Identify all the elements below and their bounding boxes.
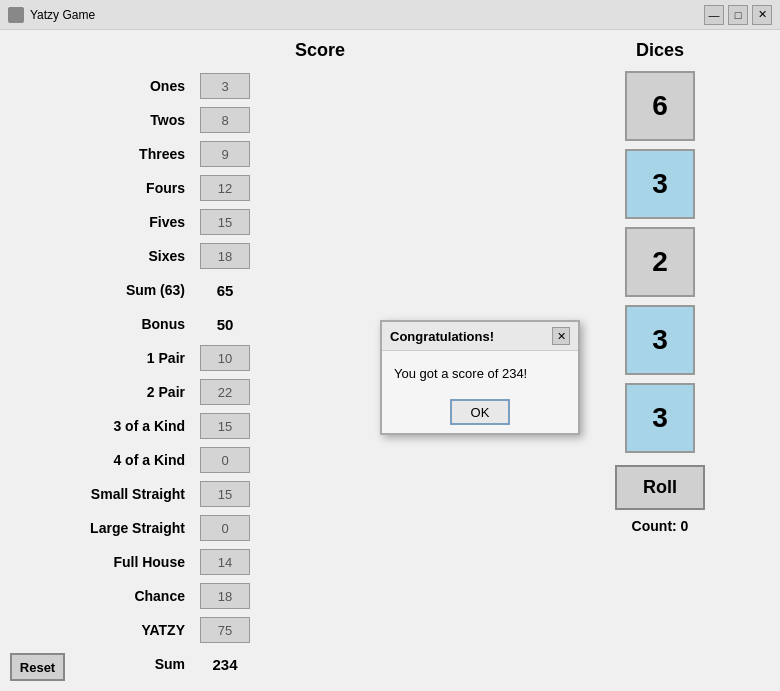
die-2[interactable]: 3 [625,149,695,219]
score-label: 1 Pair [20,350,200,366]
score-label: Bonus [20,316,200,332]
maximize-button[interactable]: □ [728,5,748,25]
score-row[interactable]: Threes9 [20,139,540,169]
score-value[interactable]: 18 [200,583,250,609]
count-display: Count: 0 [632,518,689,534]
score-label: Sixes [20,248,200,264]
die-3[interactable]: 2 [625,227,695,297]
roll-button[interactable]: Roll [615,465,705,510]
score-label: Full House [20,554,200,570]
score-label: Threes [20,146,200,162]
score-row[interactable]: Small Straight15 [20,479,540,509]
modal-close-button[interactable]: ✕ [552,327,570,345]
score-label: Twos [20,112,200,128]
score-value[interactable]: 75 [200,617,250,643]
score-row[interactable]: 4 of a Kind0 [20,445,540,475]
congratulations-modal: Congratulations! ✕ You got a score of 23… [380,320,580,435]
score-row: Sum (63)65 [20,275,540,305]
dice-section: Dices 63233 Roll Count: 0 [560,40,760,681]
score-value[interactable]: 10 [200,345,250,371]
score-value: 234 [200,656,250,673]
reset-button[interactable]: Reset [10,653,65,681]
die-1[interactable]: 6 [625,71,695,141]
score-label: 2 Pair [20,384,200,400]
minimize-button[interactable]: — [704,5,724,25]
app-icon [8,7,24,23]
window-title: Yatzy Game [30,8,95,22]
score-value[interactable]: 18 [200,243,250,269]
dice-header: Dices [636,40,684,61]
score-label: Small Straight [20,486,200,502]
score-label: 3 of a Kind [20,418,200,434]
score-row[interactable]: YATZY75 [20,615,540,645]
modal-title: Congratulations! [390,329,494,344]
ok-button[interactable]: OK [450,399,510,425]
score-label: YATZY [20,622,200,638]
score-row[interactable]: Fours12 [20,173,540,203]
score-header: Score [100,40,540,61]
score-value[interactable]: 12 [200,175,250,201]
score-label: Chance [20,588,200,604]
score-value[interactable]: 15 [200,413,250,439]
score-label: Fives [20,214,200,230]
close-button[interactable]: ✕ [752,5,772,25]
score-row[interactable]: Twos8 [20,105,540,135]
score-value[interactable]: 15 [200,209,250,235]
score-row[interactable]: Ones3 [20,71,540,101]
die-4[interactable]: 3 [625,305,695,375]
score-row[interactable]: Large Straight0 [20,513,540,543]
score-label: Large Straight [20,520,200,536]
score-value: 65 [200,282,250,299]
score-value[interactable]: 0 [200,447,250,473]
score-value[interactable]: 15 [200,481,250,507]
score-row: Sum234 [20,649,540,679]
score-value[interactable]: 9 [200,141,250,167]
score-row[interactable]: Chance18 [20,581,540,611]
modal-message: You got a score of 234! [394,366,527,381]
score-value[interactable]: 14 [200,549,250,575]
score-value[interactable]: 22 [200,379,250,405]
score-label: Ones [20,78,200,94]
score-label: Sum (63) [20,282,200,298]
score-value: 50 [200,316,250,333]
score-label: 4 of a Kind [20,452,200,468]
score-row[interactable]: Sixes18 [20,241,540,271]
score-label: Fours [20,180,200,196]
count-label-text: Count: [632,518,677,534]
score-value[interactable]: 0 [200,515,250,541]
count-value: 0 [681,518,689,534]
die-5[interactable]: 3 [625,383,695,453]
score-value[interactable]: 3 [200,73,250,99]
score-value[interactable]: 8 [200,107,250,133]
score-row[interactable]: Fives15 [20,207,540,237]
score-row[interactable]: Full House14 [20,547,540,577]
title-bar: Yatzy Game — □ ✕ [0,0,780,30]
